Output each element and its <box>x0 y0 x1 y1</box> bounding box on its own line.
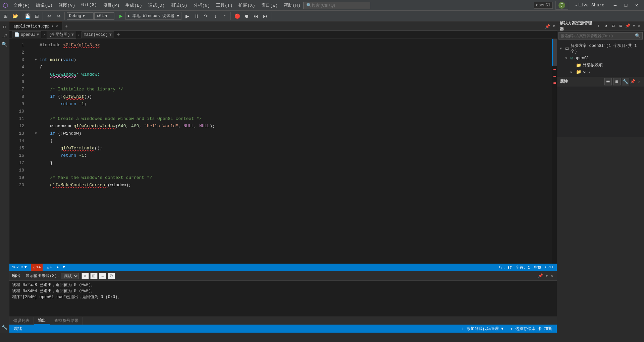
sidebar-search-icon[interactable]: 🔍 <box>1 40 9 48</box>
prev-bp-button[interactable]: ⏮ <box>261 12 270 20</box>
tree-solution[interactable]: ▼ 🗂 解决方案'openGl'(1 个项目/共 1 个) <box>557 42 644 55</box>
menu-file[interactable]: 文件(F) <box>11 1 33 10</box>
output-line: 程序"[2540] openGl.exe"已退出，返回值为 0 (0x0)。 <box>12 294 554 300</box>
search-box[interactable]: 🔍 <box>303 2 370 9</box>
breadcrumb-scope[interactable]: 📄 openGl ▼ <box>12 31 41 38</box>
menu-git[interactable]: Git(G) <box>78 1 100 10</box>
se-sync-button[interactable]: ↕ <box>595 23 602 29</box>
tree-src[interactable]: ▶ 📁 src <box>557 69 644 75</box>
se-refresh-button[interactable]: ↺ <box>603 23 609 29</box>
output-clear-button[interactable]: ✕ <box>82 273 89 279</box>
toggle-bp-button[interactable]: ⏺ <box>242 12 251 20</box>
menu-debug[interactable]: 调试(D) <box>146 1 167 10</box>
tab-close-button[interactable]: ✕ <box>56 24 58 29</box>
open-button[interactable]: 📂 <box>11 12 19 20</box>
save-button[interactable]: 💾 <box>23 12 32 20</box>
step-over-button[interactable]: ↷ <box>202 12 210 20</box>
nav-down[interactable]: ▼ <box>63 265 65 269</box>
redo-button[interactable]: ↪ <box>54 12 63 20</box>
output-settings-button[interactable]: ⚙ <box>108 273 115 279</box>
pause-button[interactable]: ⏸ <box>192 12 201 20</box>
menu-project[interactable]: 项目(P) <box>100 1 122 10</box>
tree-opengl-project[interactable]: ▼ ⊡ openGl <box>557 55 644 62</box>
title-center: 🔍 <box>303 2 534 9</box>
output-wrap-button[interactable]: ≡ <box>99 273 106 279</box>
menu-tools[interactable]: 工具(T) <box>213 1 235 10</box>
sidebar-solution-icon[interactable]: ⊟ <box>1 23 9 31</box>
output-source-dropdown[interactable]: 调试 <box>61 273 79 279</box>
tab-error-list[interactable]: 错误列表 <box>9 317 34 325</box>
run-text-button[interactable]: ▶ 本地 Windows 调试器 ▼ <box>125 12 182 20</box>
tab-add-button[interactable]: + <box>62 23 70 30</box>
code-editor[interactable]: 12345 678910 1112131415 1617181920 #incl… <box>9 39 557 264</box>
breadcrumb-symbol[interactable]: main(void) ▼ <box>82 31 114 38</box>
prop-close-button[interactable]: ✕ <box>637 78 641 85</box>
continue-button[interactable]: ▶ <box>183 12 192 20</box>
output-scroll-button[interactable]: ⊞ <box>90 273 98 279</box>
add-source-control[interactable]: ↑ 添加到源代码管理 ▼ <box>460 326 505 332</box>
search-input[interactable] <box>312 3 362 8</box>
menu-extensions[interactable]: 扩展(X) <box>236 1 258 10</box>
output-dropdown-button[interactable]: ▼ <box>545 273 549 279</box>
breadcrumb-add-button[interactable]: + <box>115 32 121 38</box>
run-button[interactable]: ▶ <box>118 13 124 19</box>
collapse-icon[interactable]: ▼ <box>35 56 39 64</box>
tab-application-cpp[interactable]: application.cpp ● ✕ <box>9 22 62 30</box>
tab-output[interactable]: 输出 <box>34 317 50 325</box>
se-collapse-button[interactable]: ⊟ <box>610 23 617 29</box>
live-share-button[interactable]: ↗ Live Share <box>571 1 608 9</box>
step-into-button[interactable]: ↓ <box>211 12 220 20</box>
warning-count[interactable]: ⚠ 0 <box>47 265 52 270</box>
nav-up[interactable]: ▲ <box>57 265 59 269</box>
undo-button[interactable]: ↩ <box>45 12 54 20</box>
tab-find-results[interactable]: 查找符号结果 <box>50 317 83 325</box>
editor-pin-button[interactable]: 📌 <box>544 23 551 30</box>
new-project-button[interactable]: ⊞ <box>1 12 10 20</box>
zoom-indicator[interactable]: 107 % ▼ <box>12 265 27 269</box>
save-all-button[interactable]: ⊟ <box>33 12 41 20</box>
output-pin-button[interactable]: 📌 <box>537 273 544 279</box>
menu-window[interactable]: 窗口(W) <box>259 1 280 10</box>
sidebar-git-icon[interactable]: ⎇ <box>1 31 9 40</box>
minimize-button[interactable]: — <box>610 1 620 9</box>
prop-pin-button[interactable]: 📌 <box>629 78 636 85</box>
maximize-button[interactable]: □ <box>621 1 631 9</box>
se-search-input[interactable] <box>561 34 635 38</box>
live-share-label: Live Share <box>578 3 604 8</box>
editor-area: application.cpp ● ✕ + 📌 ▼ 📄 openGl ▼ › <box>9 21 557 271</box>
arch-dropdown-arrow-icon: ▼ <box>105 14 108 18</box>
prop-list-view-button[interactable]: ☰ <box>604 78 612 85</box>
scroll-thumb[interactable] <box>552 39 557 66</box>
arch-dropdown[interactable]: x64 ▼ <box>94 12 114 20</box>
user-avatar[interactable]: 子 <box>555 1 568 10</box>
code-content[interactable]: #include <GLFW/glfw3.h> ▼ int main(void)… <box>30 39 552 264</box>
se-dropdown-button[interactable]: ▼ <box>632 23 636 29</box>
close-button[interactable]: ✕ <box>632 1 641 9</box>
toolbar-debug-ctrl: ▶ ⏸ ↷ ↓ ↑ <box>183 12 231 20</box>
se-search-box[interactable]: 🔍 <box>558 32 643 40</box>
se-pin-button[interactable]: 📌 <box>624 23 631 29</box>
tree-external-deps[interactable]: ▶ 📁 外部依赖项 <box>557 62 644 69</box>
prop-category-view-button[interactable]: ⊞ <box>613 78 621 85</box>
menu-edit[interactable]: 编辑(E) <box>33 1 55 10</box>
menu-view[interactable]: 视图(V) <box>56 1 78 10</box>
error-count[interactable]: ✕ 14 <box>31 264 43 271</box>
breakpoint-button[interactable]: 🔴 <box>233 12 241 20</box>
menu-analyze[interactable]: 分析(N) <box>191 1 213 10</box>
se-show-all-button[interactable]: ⊞ <box>618 23 624 29</box>
editor-dropdown-button[interactable]: ▼ <box>552 23 556 30</box>
next-bp-button[interactable]: ⏭ <box>252 12 260 20</box>
step-out-button[interactable]: ↑ <box>220 12 229 20</box>
menu-help[interactable]: 帮助(H) <box>281 1 303 10</box>
output-close-button[interactable]: ✕ <box>550 273 554 279</box>
prop-settings-button[interactable]: 🔧 <box>622 78 629 85</box>
menu-build[interactable]: 生成(B) <box>123 1 145 10</box>
breadcrumb-context[interactable]: (全局范围) ▼ <box>47 31 76 39</box>
select-repo[interactable]: ★ 选择存储库 卡 加斯 <box>508 326 554 332</box>
symbol-label: main(void) <box>84 32 108 37</box>
sidebar-tools-icon[interactable]: 🔧 <box>1 323 9 331</box>
menu-test[interactable]: 测试(S) <box>168 1 190 10</box>
solution-icon: 🗂 <box>565 46 569 51</box>
se-close-button[interactable]: ✕ <box>637 23 641 29</box>
debug-config-dropdown[interactable]: Debug ▼ <box>67 12 94 20</box>
